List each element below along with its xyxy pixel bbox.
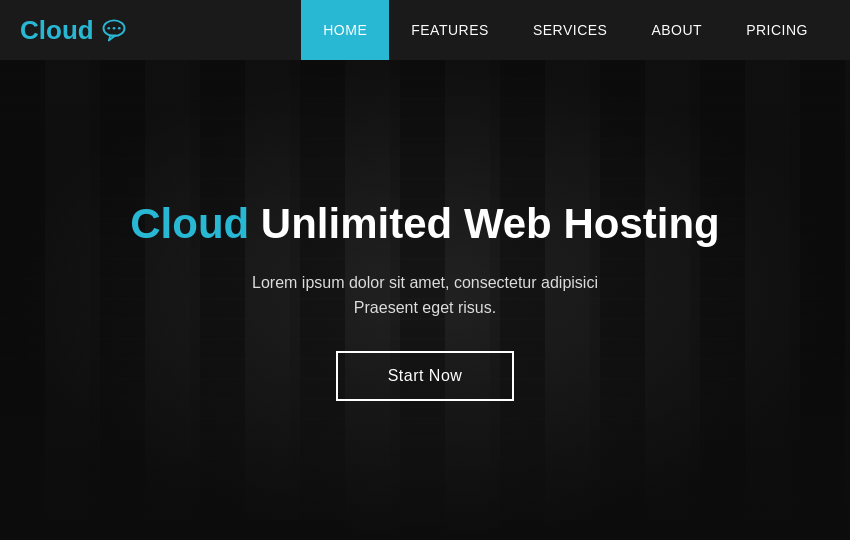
nav-item-features[interactable]: FEATURES (389, 0, 511, 60)
svg-marker-1 (108, 35, 115, 40)
hero-subtitle: Lorem ipsum dolor sit amet, consectetur … (130, 270, 720, 321)
hero-title: Cloud Unlimited Web Hosting (130, 199, 720, 249)
hero-section: Cloud Unlimited Web Hosting Lorem ipsum … (0, 60, 850, 540)
hero-subtitle-line1: Lorem ipsum dolor sit amet, consectetur … (252, 274, 598, 291)
navbar: Cloud HOME FEATURES SERVICES ABOUT PRICI… (0, 0, 850, 60)
speech-bubble-icon (100, 16, 128, 44)
nav-item-home[interactable]: HOME (301, 0, 389, 60)
nav-item-pricing[interactable]: PRICING (724, 0, 830, 60)
nav-item-about[interactable]: ABOUT (629, 0, 724, 60)
hero-title-highlight: Cloud (130, 200, 249, 247)
hero-subtitle-line2: Praesent eget risus. (354, 299, 496, 316)
hero-title-rest: Unlimited Web Hosting (249, 200, 720, 247)
nav-item-services[interactable]: SERVICES (511, 0, 630, 60)
nav-links: HOME FEATURES SERVICES ABOUT PRICING (301, 0, 830, 60)
svg-point-4 (118, 27, 121, 30)
logo: Cloud (20, 15, 128, 46)
logo-text: Cloud (20, 15, 94, 46)
start-now-button[interactable]: Start Now (336, 351, 515, 401)
hero-content: Cloud Unlimited Web Hosting Lorem ipsum … (90, 199, 760, 401)
svg-point-2 (107, 27, 110, 30)
svg-point-3 (112, 27, 115, 30)
